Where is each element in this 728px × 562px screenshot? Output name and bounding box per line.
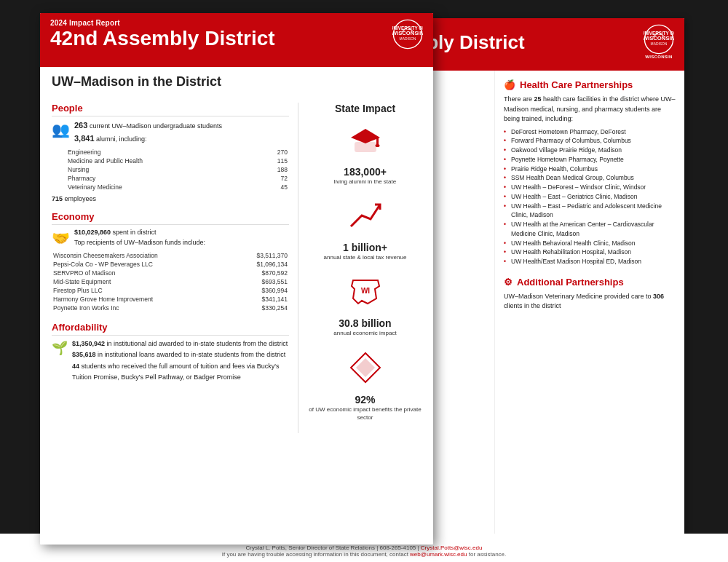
graduation-cap-icon	[347, 122, 384, 158]
health-care-section: 🍎 Health Care Partnerships There are 25 …	[504, 79, 676, 266]
health-care-intro: There are 25 health care facilities in t…	[504, 95, 676, 124]
page-title: UW–Madison in the District	[52, 74, 422, 90]
people-text: 263 current UW–Madison undergraduate stu…	[74, 119, 222, 145]
table-row: Harmony Grove Home Improvement $341,141	[53, 296, 288, 303]
page-container: in Action 42nd Assembly District UNIVERS…	[0, 0, 728, 562]
front-page: 2024 Impact Report 42nd Assembly Distric…	[40, 13, 433, 545]
list-item: Poynette Hometown Pharmacy, Poynette	[504, 155, 676, 165]
additional-section: ⚙ Additional Partnerships UW–Madison Vet…	[504, 277, 676, 312]
fields-table: Engineering 270 Medicine and Public Heal…	[52, 147, 289, 192]
list-item: Forward Pharmacy of Columbus, Columbus	[504, 136, 676, 146]
list-item: UW Health Rehabilitation Hospital, Madis…	[504, 248, 676, 257]
svg-marker-9	[351, 129, 380, 143]
affordability-icon: 🌱	[52, 340, 68, 356]
list-item: DeForest Hometown Pharmacy, DeForest	[504, 127, 676, 137]
svg-text:WISCONSIN: WISCONSIN	[392, 30, 423, 36]
stat-block-economic: WI 30.8 billion annual economic impact	[309, 273, 422, 337]
additional-icon: ⚙	[504, 277, 513, 288]
web-email-link[interactable]: web@umark.wisc.edu	[410, 551, 467, 558]
alumni-count: 183,000+	[309, 166, 422, 178]
list-item: UW Health Behavioral Health Clinic, Madi…	[504, 239, 676, 248]
list-item: UW Health – DeForest – Windsor Clinic, W…	[504, 183, 676, 192]
stat-block-percent: 92% of UW economic impact benefits the p…	[309, 349, 422, 422]
svg-rect-10	[376, 138, 379, 145]
list-item: Prairie Ridge Health, Columbus	[504, 165, 676, 174]
table-row: Wisconsin Cheesemakers Association $3,51…	[53, 252, 288, 259]
diamond-icon	[347, 349, 384, 386]
economy-icon: 🤝	[52, 229, 70, 247]
front-left-panel: People 👥 263 current UW–Madison undergra…	[52, 103, 298, 433]
contact-email-link[interactable]: Crystal.Potts@wisc.edu	[421, 545, 483, 551]
recipients-table: Wisconsin Cheesemakers Association $3,51…	[52, 250, 289, 313]
tax-count: 1 billion+	[309, 242, 422, 253]
health-icon: 🍎	[504, 79, 515, 90]
table-row: Poynette Iron Works Inc $330,254	[53, 304, 288, 312]
percent-count: 92%	[309, 394, 422, 405]
health-care-title: 🍎 Health Care Partnerships	[504, 79, 676, 90]
svg-text:WI: WI	[360, 287, 369, 295]
footer-line3: If you are having trouble accessing info…	[29, 551, 699, 558]
svg-text:MADISON: MADISON	[400, 37, 416, 41]
uw-crest-front-icon: UNIVERSITY OF WISCONSIN MADISON	[392, 19, 423, 50]
svg-rect-8	[355, 142, 376, 152]
front-main-section: UW–Madison in the District	[40, 67, 433, 90]
list-item: UW Health/East Madison Hospital ED, Madi…	[504, 257, 676, 266]
table-row: Nursing 188	[53, 166, 288, 173]
facilities-list: DeForest Hometown Pharmacy, DeForest For…	[504, 127, 676, 266]
trend-up-icon	[347, 197, 384, 234]
svg-point-11	[375, 144, 379, 147]
afford-text: $1,350,942 in institutional aid awarded …	[72, 339, 289, 383]
front-subtitle: 2024 Impact Report	[50, 19, 423, 27]
tax-label: annual state & local tax revenue	[309, 253, 422, 261]
economy-text: $10,029,860 spent in district Top recipi…	[74, 228, 205, 248]
affordability-content: 🌱 $1,350,942 in institutional aid awarde…	[52, 339, 289, 383]
table-row: Pepsi-Cola Co - WP Beverages LLC $1,096,…	[53, 261, 288, 268]
percent-icon	[309, 349, 422, 391]
economic-count: 30.8 billion	[309, 317, 422, 329]
table-row: Pharmacy 72	[53, 175, 288, 182]
svg-text:WISCONSIN: WISCONSIN	[644, 35, 674, 41]
uw-crest-icon: UNIVERSITY OF WISCONSIN MADISON	[644, 24, 674, 55]
svg-text:MADISON: MADISON	[651, 42, 668, 46]
economy-label: Economy	[52, 211, 289, 225]
affordability-section: Affordability 🌱 $1,350,942 in institutio…	[52, 322, 289, 383]
state-impact-panel: State Impact 183,000+ living alumni in t…	[298, 103, 422, 433]
svg-marker-14	[356, 358, 375, 377]
people-section: People 👥 263 current UW–Madison undergra…	[52, 103, 289, 202]
tax-chart-icon	[309, 197, 422, 239]
wisconsin-outline-icon: WI	[347, 273, 384, 309]
table-row: Firestop Plus LLC $360,994	[53, 287, 288, 294]
list-item: SSM Health Dean Medical Group, Columbus	[504, 173, 676, 183]
additional-title: ⚙ Additional Partnerships	[504, 277, 676, 288]
table-row: SERVPRO of Madison $870,592	[53, 269, 288, 277]
stat-block-alumni: 183,000+ living alumni in the state	[309, 122, 422, 186]
people-label: People	[52, 103, 289, 116]
back-logo: UNIVERSITY OF WISCONSIN MADISON WISCONSI…	[644, 24, 674, 59]
alumni-icon	[309, 122, 422, 163]
alumni-label: living alumni in the state	[309, 178, 422, 186]
table-row: Mid-State Equipment $693,551	[53, 278, 288, 285]
stat-block-tax: 1 billion+ annual state & local tax reve…	[309, 197, 422, 261]
economic-label: annual economic impact	[309, 329, 422, 337]
people-content: 👥 263 current UW–Madison undergraduate s…	[52, 119, 289, 145]
table-row: Medicine and Public Health 115	[53, 157, 288, 165]
table-row: Veterinary Medicine 45	[53, 183, 288, 191]
front-title: 42nd Assembly District	[50, 27, 423, 50]
table-row: Engineering 270	[53, 149, 288, 156]
list-item: UW Health – East – Pediatric and Adolesc…	[504, 202, 676, 221]
list-item: UW Health – East – Geriatrics Clinic, Ma…	[504, 192, 676, 202]
percent-label: of UW economic impact benefits the priva…	[309, 405, 422, 422]
list-item: Oakwood Village Prairie Ridge, Madison	[504, 146, 676, 155]
people-icon: 👥	[52, 121, 70, 138]
list-item: UW Health at the American Center – Cardi…	[504, 220, 676, 239]
brand-text: WISCONSIN	[645, 55, 672, 59]
employees-line: 715 employees	[52, 195, 289, 202]
state-outline-icon: WI	[309, 273, 422, 314]
front-content: People 👥 263 current UW–Madison undergra…	[40, 94, 433, 442]
additional-text: UW–Madison Veterinary Medicine provided …	[504, 292, 676, 312]
footer-line2: Crystal L. Potts, Senior Director of Sta…	[29, 545, 699, 551]
economy-content: 🤝 $10,029,860 spent in district Top reci…	[52, 228, 289, 248]
front-header: 2024 Impact Report 42nd Assembly Distric…	[40, 13, 433, 67]
back-right-col: 🍎 Health Care Partnerships There are 25 …	[495, 71, 684, 542]
affordability-label: Affordability	[52, 322, 289, 336]
